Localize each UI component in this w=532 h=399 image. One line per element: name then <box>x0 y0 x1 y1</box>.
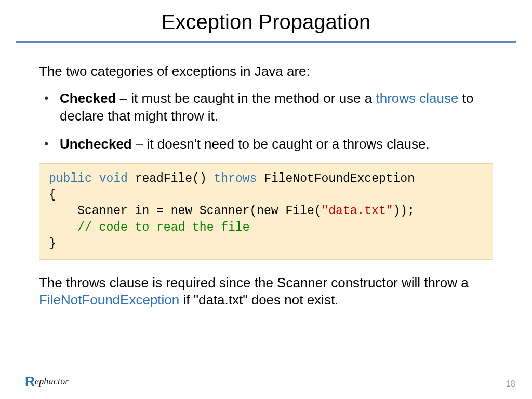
code-sig-name: readFile() <box>128 172 214 185</box>
checked-text-before: – it must be caught in the method or use… <box>116 90 376 106</box>
title-divider <box>16 41 516 43</box>
code-string-data: "data.txt" <box>322 204 393 218</box>
code-sig-exc: FileNotFoundException <box>257 172 415 185</box>
code-kw-throws: throws <box>214 172 257 185</box>
intro-text: The two categories of exceptions in Java… <box>39 63 493 79</box>
code-kw-void: void <box>99 172 128 185</box>
unchecked-text-after: – it doesn't need to be caught or a thro… <box>132 136 430 152</box>
slide: Exception Propagation The two categories… <box>0 0 532 399</box>
outro-text: The throws clause is required since the … <box>39 274 493 310</box>
code-line-scanner: Scanner in = new Scanner(new File( <box>49 204 322 218</box>
page-number: 18 <box>506 379 515 389</box>
outro-before: The throws clause is required since the … <box>39 275 469 290</box>
logo-rest: ephactor <box>35 376 69 387</box>
code-brace-open: { <box>49 188 56 202</box>
slide-title: Exception Propagation <box>0 10 532 34</box>
slide-body: The two categories of exceptions in Java… <box>0 63 532 309</box>
logo-rephactor: Rephactor <box>25 374 69 390</box>
term-unchecked: Unchecked <box>60 136 132 152</box>
slide-footer: Rephactor 18 <box>0 375 532 390</box>
link-throws-clause: throws clause <box>376 90 458 106</box>
code-kw-public: public <box>49 172 92 185</box>
code-line-scanner-end: )); <box>393 204 415 218</box>
term-checked: Checked <box>60 90 116 106</box>
code-brace-close: } <box>49 237 56 250</box>
outro-after: if "data.txt" does not exist. <box>179 292 338 308</box>
bullet-unchecked: Unchecked – it doesn't need to be caught… <box>39 136 493 153</box>
bullet-checked: Checked – it must be caught in the metho… <box>39 90 493 125</box>
code-comment: // code to read the file <box>49 221 249 234</box>
code-block: public void readFile() throws FileNotFou… <box>39 163 493 259</box>
link-filenotfoundexception: FileNotFoundException <box>39 292 179 308</box>
logo-r-glyph: R <box>25 374 35 389</box>
bullet-list: Checked – it must be caught in the metho… <box>39 90 493 153</box>
